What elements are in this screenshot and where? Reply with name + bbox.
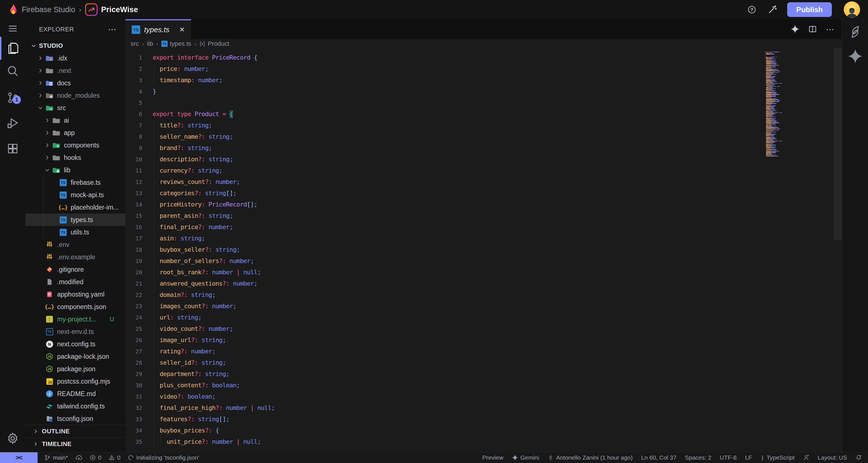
code-line-34: 34 buybox_prices?: {	[125, 425, 842, 436]
tab-types-ts[interactable]: TS types.ts ✕	[125, 19, 191, 39]
folder-comp-icon	[53, 141, 60, 149]
tree-item-firebase.ts[interactable]: TSfirebase.ts	[25, 176, 125, 189]
status-item-layout-us[interactable]: Layout: US	[818, 454, 847, 461]
chevron-right-icon	[33, 429, 38, 434]
help-icon[interactable]: ?	[748, 5, 756, 14]
status-item-initializing-tsconfig-json[interactable]: Initializing 'tsconfig.json'	[128, 454, 199, 461]
code-line-21: 21 answered_questions?: number;	[125, 278, 842, 289]
chevron-down-icon	[37, 105, 44, 111]
remote-indicator[interactable]: ><	[0, 452, 38, 463]
line-number: 5	[125, 97, 153, 108]
status-item-main[interactable]: main*	[44, 454, 68, 461]
tree-item-my-project.t...[interactable]: ⋮my-project.t...U	[25, 313, 125, 325]
status-item-spaces-2[interactable]: Spaces: 2	[685, 454, 711, 461]
code-editor[interactable]: 1export interface PriceRecord {2 price: …	[125, 48, 842, 448]
tree-item-apphosting.yaml[interactable]: apphosting.yaml	[25, 288, 125, 301]
split-editor-icon[interactable]	[808, 25, 817, 33]
tree-item-.env[interactable]: .env	[25, 238, 125, 251]
tree-item-tailwind.config.ts[interactable]: tailwind.config.ts	[25, 400, 125, 412]
more-icon[interactable]: ⋯	[826, 24, 835, 34]
studio-swirl-icon[interactable]	[842, 22, 868, 42]
tree-item-package.json[interactable]: JSpackage.json	[25, 363, 125, 375]
person-icon	[803, 455, 809, 461]
explorer-icon[interactable]	[0, 41, 25, 55]
sliders-icon	[46, 254, 53, 261]
tree-item-ai[interactable]: ai	[25, 114, 125, 127]
tree-item-.gitignore[interactable]: .gitignore	[25, 263, 125, 276]
code-line-35: 35 unit_price?: number | null;	[125, 436, 842, 448]
source-control-icon[interactable]: 1	[0, 91, 25, 104]
status-item-antonello-zanini-1-hour-ago[interactable]: Antonello Zanini (1 hour ago)	[548, 454, 632, 461]
minimap[interactable]	[765, 52, 833, 157]
tree-item-next.config.ts[interactable]: Nnext.config.ts	[25, 338, 125, 350]
commit-icon	[548, 455, 554, 461]
git-status-badge: U	[110, 316, 114, 323]
status-item-ln-60-col-37[interactable]: Ln 60, Col 37	[641, 454, 676, 461]
status-item-gemini[interactable]: Gemini	[512, 454, 539, 461]
section-studio[interactable]: STUDIO	[25, 39, 125, 52]
tree-item-.next[interactable]: .next	[25, 64, 125, 77]
tree-item-postcss.config.mjs[interactable]: JSpostcss.config.mjs	[25, 375, 125, 388]
avatar[interactable]	[844, 1, 860, 18]
magic-wand-icon[interactable]	[768, 5, 777, 14]
outline-section[interactable]: OUTLINE	[25, 425, 125, 437]
tree-item-README.md[interactable]: iREADME.md	[25, 388, 125, 400]
tree-item-mock-api.ts[interactable]: TSmock-api.ts	[25, 189, 125, 201]
tree-item-utils.ts[interactable]: TSutils.ts	[25, 226, 125, 238]
status-item-preview[interactable]: Preview	[482, 454, 503, 461]
tree-item-label: lib	[64, 166, 70, 174]
gemini-sparkle-icon[interactable]	[842, 46, 868, 66]
tree-item-.env.example[interactable]: .env.example	[25, 251, 125, 263]
tree-item-package-lock.json[interactable]: JSpackage-lock.json	[25, 350, 125, 363]
status-item-lf[interactable]: LF	[745, 454, 752, 461]
breadcrumb-item-src[interactable]: src	[131, 40, 139, 47]
tree-item-node-modules[interactable]: node_modules	[25, 89, 125, 102]
explorer-more-icon[interactable]: ⋯	[108, 28, 117, 31]
code-line-7: 7 title?: string;	[125, 120, 842, 131]
ncircle-icon: N	[46, 340, 53, 348]
search-icon[interactable]	[0, 64, 25, 78]
run-debug-icon[interactable]	[0, 117, 25, 130]
spark-icon	[512, 455, 518, 461]
tree-item-tsconfig.json[interactable]: TStsconfig.json	[25, 412, 125, 425]
svg-text:<>: <>	[49, 107, 53, 110]
tree-item-label: next.config.ts	[57, 340, 96, 348]
tree-item-placeholder-im...[interactable]: {…}placeholder-im...	[25, 201, 125, 213]
tree-item-.modified[interactable]: .modified	[25, 276, 125, 288]
breadcrumb-item-Product[interactable]: Product	[199, 40, 229, 47]
status-item-utf-8[interactable]: UTF-8	[720, 454, 737, 461]
breadcrumb-item-types.ts[interactable]: TStypes.ts	[161, 40, 191, 47]
editor-scrollbar[interactable]	[834, 48, 842, 240]
status-item-cloud-upload[interactable]	[75, 454, 82, 461]
status-item-typescript[interactable]: )TypeScript	[761, 454, 795, 461]
tree-item-app[interactable]: app	[25, 127, 125, 139]
typescript-file-icon: TS	[132, 26, 140, 34]
svg-text:JS: JS	[48, 367, 52, 371]
status-item-bell[interactable]	[856, 455, 862, 461]
section-label: STUDIO	[39, 42, 63, 49]
tree-item-lib[interactable]: lib	[25, 164, 125, 176]
settings-gear-icon[interactable]	[0, 432, 25, 445]
code-line-11: 11 currency?: string;	[125, 165, 842, 176]
tree-item-docs[interactable]: docs	[25, 77, 125, 89]
breadcrumb-item-lib[interactable]: lib	[147, 40, 153, 47]
tree-item-src[interactable]: <>src	[25, 102, 125, 114]
extensions-icon[interactable]	[0, 142, 25, 155]
status-item-0[interactable]: 0	[108, 454, 120, 461]
sparkle-icon[interactable]	[791, 25, 799, 33]
tree-item-components.json[interactable]: {…}components.json	[25, 301, 125, 313]
status-item-0[interactable]: 0	[90, 454, 101, 461]
tree-item-.idx[interactable]: .idx	[25, 52, 125, 64]
tree-item-next-env.d.ts[interactable]: TSnext-env.d.ts	[25, 325, 125, 338]
line-number: 35	[125, 436, 153, 448]
menu-icon[interactable]	[0, 22, 25, 35]
tree-item-types.ts[interactable]: TStypes.ts	[25, 213, 125, 226]
folder-src-icon: <>	[46, 104, 53, 111]
status-item-person[interactable]	[803, 455, 809, 461]
close-icon[interactable]: ✕	[179, 26, 185, 34]
tree-item-components[interactable]: components	[25, 139, 125, 152]
timeline-section[interactable]: TIMELINE	[25, 437, 125, 450]
tree-item-hooks[interactable]: hooks	[25, 152, 125, 164]
symbol-icon	[199, 41, 206, 47]
publish-button[interactable]: Publish	[787, 2, 832, 17]
